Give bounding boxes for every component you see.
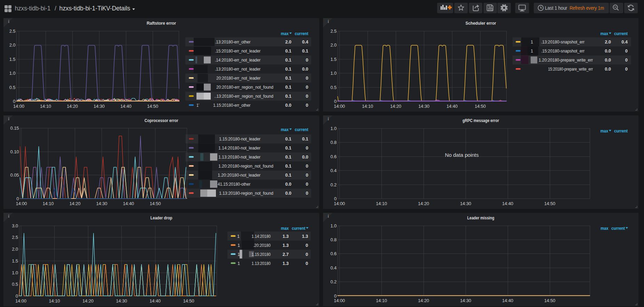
svg-text:1.20:20180-region_not_found: 1.20:20180-region_not_found [218,163,273,169]
svg-text:14:20: 14:20 [82,298,94,304]
svg-text:14:20: 14:20 [67,104,78,109]
svg-text:14:40: 14:40 [502,298,513,303]
svg-text:1: 1 [238,243,240,248]
svg-text:0: 0 [306,145,308,151]
svg-text:2.0: 2.0 [285,39,291,45]
svg-text:0.5: 0.5 [330,85,337,90]
svg-text:0.5: 0.5 [12,282,18,287]
svg-text:0.0: 0.0 [605,66,611,72]
svg-text:0.1: 0.1 [285,75,291,81]
svg-text:14:30: 14:30 [418,104,429,109]
svg-text:max: max [281,31,289,36]
svg-text:0.4: 0.4 [302,39,309,45]
svg-text:14:10: 14:10 [49,298,60,304]
svg-text:current: current [614,31,628,36]
svg-text:2.5: 2.5 [330,29,337,34]
svg-text:current: current [295,31,309,36]
svg-text:1.13:20180: 1.13:20180 [252,261,271,266]
svg-text:1.3: 1.3 [282,243,289,248]
svg-text:0.5: 0.5 [9,85,16,90]
svg-text:hzxs-tidb-bi-1: hzxs-tidb-bi-1 [15,5,50,12]
svg-text:0: 0 [306,163,308,169]
svg-text:1.5: 1.5 [12,258,18,264]
svg-text:14:10: 14:10 [376,201,387,206]
svg-text:0: 0 [306,94,308,99]
svg-text:1.13:20180-not_leader: 1.13:20180-not_leader [218,154,261,160]
svg-text:0: 0 [306,172,308,178]
svg-text:current: current [295,127,309,132]
svg-text:max: max [601,128,609,134]
svg-text:0: 0 [306,103,308,108]
svg-text:0: 0 [625,57,628,63]
svg-text:14:20: 14:20 [418,201,429,206]
svg-text:0: 0 [306,191,308,196]
svg-text:0: 0 [306,57,308,63]
svg-text:Coprocessor error: Coprocessor error [145,118,179,123]
svg-text:max: max [601,226,609,231]
svg-text:14:40: 14:40 [446,104,458,109]
svg-text:15:20180-prepare_write_err: 15:20180-prepare_write_err [548,66,593,72]
svg-text:0: 0 [625,66,628,72]
svg-text:1: 1 [237,234,240,239]
svg-text:Raftstore error: Raftstore error [147,21,176,26]
svg-text:gRPC message error: gRPC message error [462,118,499,123]
svg-text:14:00: 14:00 [334,201,345,206]
svg-text:1.3: 1.3 [282,261,289,266]
svg-text:1.15:20180: 1.15:20180 [252,252,271,257]
svg-text:1.0: 1.0 [330,71,337,76]
svg-text:1.13:20180-region_not_found: 1.13:20180-region_not_found [219,191,273,196]
svg-text:0: 0 [306,181,308,187]
svg-text:14:50: 14:50 [150,201,161,206]
svg-text:1.5: 1.5 [330,57,337,62]
svg-text:Leader drop: Leader drop [151,215,172,220]
svg-text:0.1: 0.1 [285,57,291,63]
svg-text:1.5: 1.5 [9,57,16,62]
svg-text:0.1: 0.1 [285,154,291,160]
svg-text:0.2: 0.2 [330,182,337,187]
svg-text:0.4: 0.4 [621,39,628,45]
svg-text:14:30: 14:30 [460,298,471,303]
svg-text:current: current [611,226,625,231]
svg-text:0: 0 [306,75,308,81]
svg-text:0.0: 0.0 [285,103,291,108]
svg-text:1.20:20180-prepare_write_err: 1.20:20180-prepare_write_err [539,57,593,63]
svg-text:14:50: 14:50 [544,201,555,206]
svg-text:14:10: 14:10 [362,104,373,109]
svg-text:Last 1 hour: Last 1 hour [545,5,567,11]
svg-text:0.1: 0.1 [285,84,291,90]
svg-text:1.0: 1.0 [12,270,18,275]
svg-text:0.1: 0.1 [285,136,291,142]
svg-text:No data points: No data points [445,152,479,158]
svg-text:14:00: 14:00 [334,104,345,109]
svg-text:0.1: 0.1 [285,172,291,178]
svg-text:1.14:20180-not_leader: 1.14:20180-not_leader [218,145,261,151]
svg-text:2.7: 2.7 [282,252,289,257]
svg-text:.20:20180: .20:20180 [253,243,271,248]
svg-text:14:10: 14:10 [42,201,54,206]
svg-text:2.5: 2.5 [9,29,16,34]
svg-text:41.15:20180-other: 41.15:20180-other [218,181,251,187]
svg-text:0.1: 0.1 [285,163,291,169]
svg-text:1: 1 [531,48,533,54]
svg-text:1.3: 1.3 [302,234,308,239]
svg-text:0.6: 0.6 [330,154,337,159]
svg-text:0.1: 0.1 [285,66,291,72]
svg-text:max: max [281,226,289,231]
svg-text:0.0: 0.0 [605,48,611,54]
svg-text:2.0: 2.0 [605,39,611,45]
svg-text:0.10: 0.10 [10,149,19,154]
svg-text:1: 1 [238,261,240,266]
svg-text:2.0: 2.0 [12,247,18,252]
svg-text:20:20180-err_not_leader: 20:20180-err_not_leader [216,75,261,81]
svg-text:14:00: 14:00 [334,298,345,303]
svg-text:14:40: 14:40 [502,201,513,206]
svg-text:2.0: 2.0 [9,42,16,48]
svg-text:14:20: 14:20 [418,298,429,303]
svg-text:0.0: 0.0 [285,181,291,187]
svg-text:14:50: 14:50 [475,104,486,109]
svg-text:max: max [281,127,289,132]
svg-text:1.0: 1.0 [330,126,337,131]
svg-text:0.0: 0.0 [302,66,308,72]
svg-text:hzxs-tidb-bi-1-TiKV-Details: hzxs-tidb-bi-1-TiKV-Details [59,5,130,12]
svg-text:1.20:20180-not_leader: 1.20:20180-not_leader [218,172,261,178]
